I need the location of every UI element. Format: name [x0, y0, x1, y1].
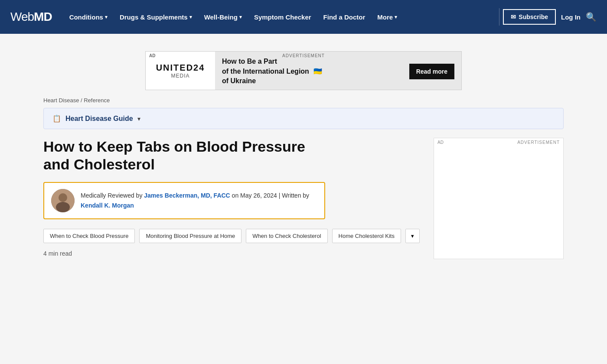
ad-content: How to Be a Part of the International Le…	[215, 51, 461, 90]
article-main: How to Keep Tabs on Blood Pressure and C…	[43, 138, 421, 257]
svg-point-1	[59, 193, 67, 202]
topic-tag-1[interactable]: Monitoring Blood Pressure at Home	[139, 229, 241, 243]
content-area: Heart Disease / Reference 📋 Heart Diseas…	[17, 90, 590, 259]
login-button[interactable]: Log In	[561, 13, 581, 21]
ad-logo-section: UNITED24 MEDIA	[146, 52, 215, 90]
nav-item-drugs[interactable]: Drugs & Supplements ▾	[114, 10, 197, 24]
subscribe-button[interactable]: ✉ Subscribe	[503, 9, 556, 25]
guide-chevron-icon[interactable]: ▾	[137, 115, 140, 122]
read-more-button[interactable]: Read more	[409, 64, 454, 79]
svg-point-2	[56, 202, 70, 212]
guide-bar[interactable]: 📋 Heart Disease Guide ▾	[43, 108, 564, 129]
author-link[interactable]: Kendall K. Morgan	[81, 202, 134, 209]
ad-banner: AD ADVERTISEMENT UNITED24 MEDIA How to B…	[145, 51, 462, 90]
search-icon[interactable]: 🔍	[586, 12, 597, 22]
topic-tags: When to Check Blood Pressure Monitoring …	[43, 229, 421, 243]
site-logo[interactable]: WebMD	[10, 10, 52, 24]
guide-icon: 📋	[52, 114, 61, 123]
nav-divider	[499, 8, 499, 26]
nav-right-actions: ✉ Subscribe Log In 🔍	[503, 9, 597, 25]
sidebar-ad-label: AD	[437, 140, 444, 145]
nav-item-wellbeing[interactable]: Well-Being ▾	[199, 10, 247, 24]
navbar: WebMD Conditions ▾ Drugs & Supplements ▾…	[0, 0, 607, 34]
guide-title[interactable]: Heart Disease Guide	[65, 115, 133, 123]
breadcrumb: Heart Disease / Reference	[43, 90, 564, 108]
ad-banner-container: AD ADVERTISEMENT UNITED24 MEDIA How to B…	[139, 34, 468, 90]
author-avatar	[51, 189, 75, 212]
logo-web: Web	[10, 10, 34, 23]
chevron-down-icon: ▾	[105, 14, 108, 20]
author-info: Medically Reviewed by James Beckerman, M…	[81, 191, 309, 210]
nav-item-symptom-checker[interactable]: Symptom Checker	[249, 10, 317, 24]
ad-text: How to Be a Part of the International Le…	[222, 57, 322, 86]
chevron-down-icon: ▾	[239, 14, 242, 20]
topic-tag-3[interactable]: Home Cholesterol Kits	[332, 229, 401, 243]
ad-label: AD	[149, 53, 155, 58]
sidebar-ad: ADVERTISEMENT AD	[434, 138, 564, 259]
ad-logo-text: UNITED24	[156, 63, 205, 73]
breadcrumb-reference[interactable]: Reference	[84, 97, 110, 104]
breadcrumb-heart-disease[interactable]: Heart Disease	[43, 97, 79, 104]
nav-menu: Conditions ▾ Drugs & Supplements ▾ Well-…	[64, 10, 496, 24]
chevron-down-icon: ▾	[411, 233, 414, 239]
article-sidebar: ADVERTISEMENT AD	[434, 138, 564, 259]
reviewer-link[interactable]: James Beckerman, MD, FACC	[144, 192, 230, 199]
advertisement-label: ADVERTISEMENT	[282, 53, 325, 58]
nav-item-more[interactable]: More ▾	[372, 10, 402, 24]
nav-item-find-doctor[interactable]: Find a Doctor	[318, 10, 371, 24]
topic-tag-0[interactable]: When to Check Blood Pressure	[43, 229, 135, 243]
read-time: 4 min read	[43, 250, 421, 257]
topic-tags-expand-button[interactable]: ▾	[405, 229, 420, 243]
article-title: How to Keep Tabs on Blood Pressure and C…	[43, 138, 421, 173]
ukraine-icon: 🇺🇦	[313, 68, 322, 75]
mail-icon: ✉	[511, 13, 516, 20]
ad-logo-sub: MEDIA	[171, 73, 189, 79]
sidebar-advertisement-label: ADVERTISEMENT	[517, 140, 560, 145]
chevron-down-icon: ▾	[395, 14, 397, 20]
logo-md: MD	[34, 10, 52, 23]
chevron-down-icon: ▾	[189, 14, 192, 20]
page-content: AD ADVERTISEMENT UNITED24 MEDIA How to B…	[0, 34, 607, 364]
nav-item-conditions[interactable]: Conditions ▾	[64, 10, 113, 24]
topic-tag-2[interactable]: When to Check Cholesterol	[246, 229, 327, 243]
author-box: Medically Reviewed by James Beckerman, M…	[43, 182, 325, 219]
article-layout: How to Keep Tabs on Blood Pressure and C…	[43, 138, 564, 259]
